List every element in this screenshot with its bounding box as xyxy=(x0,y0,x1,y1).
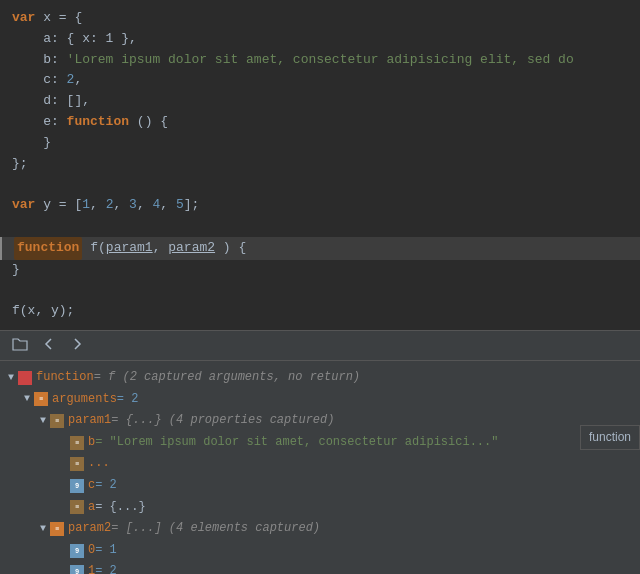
tree-row-ellipsis: ≡ ... xyxy=(8,453,632,475)
a-icon: ≡ xyxy=(70,500,84,514)
toggle-arguments[interactable] xyxy=(24,390,30,408)
debug-panel: function = f (2 captured arguments, no r… xyxy=(0,330,640,574)
code-line: var y = [1, 2, 3, 4, 5]; xyxy=(0,195,640,216)
tree-val-arguments: = 2 xyxy=(117,389,139,411)
toggle-param1[interactable] xyxy=(40,412,46,430)
code-editor[interactable]: var x = { a: { x: 1 }, b: 'Lorem ipsum d… xyxy=(0,0,640,330)
b-icon: ≡ xyxy=(70,436,84,450)
code-line xyxy=(0,174,640,195)
tree-val-a: = {...} xyxy=(95,497,145,519)
toggle-function[interactable] xyxy=(8,369,14,387)
tree-val-param2: = [...] (4 elements captured) xyxy=(111,518,320,540)
param2: param2 xyxy=(168,238,215,259)
tree-row-param1[interactable]: ≡ param1 = {...} (4 properties captured) xyxy=(8,410,632,432)
tree-key-c: c xyxy=(88,475,95,497)
function-tooltip: function xyxy=(580,425,640,450)
code-line xyxy=(0,280,640,301)
param1-icon: ≡ xyxy=(50,414,64,428)
tree-row-a: ≡ a = {...} xyxy=(8,497,632,519)
highlighted-line-container: function f(param1, param2 ) { function xyxy=(0,237,640,260)
tree-row-idx1: 9 1 = 2 xyxy=(8,561,632,574)
tree-key-b: b xyxy=(88,432,95,454)
code-line: e: function () { xyxy=(0,112,640,133)
c-icon: 9 xyxy=(70,479,84,493)
function-keyword: function xyxy=(14,237,82,260)
tree-key-ellipsis: ... xyxy=(88,453,110,475)
tree-row-param2[interactable]: ≡ param2 = [...] (4 elements captured) xyxy=(8,518,632,540)
param1: param1 xyxy=(106,238,153,259)
tree-val-function: = f (2 captured arguments, no return) xyxy=(94,367,360,389)
folder-button[interactable] xyxy=(8,335,32,356)
function-definition-line[interactable]: function f(param1, param2 ) { xyxy=(0,237,640,260)
tree-key-idx0: 0 xyxy=(88,540,95,562)
arguments-icon: ≡ xyxy=(34,392,48,406)
tree-key-arguments: arguments xyxy=(52,389,117,411)
code-line xyxy=(0,216,640,237)
code-line: } xyxy=(0,133,640,154)
tree-key-a: a xyxy=(88,497,95,519)
param2-icon: ≡ xyxy=(50,522,64,536)
tree-val-idx1: = 2 xyxy=(95,561,117,574)
idx0-icon: 9 xyxy=(70,544,84,558)
ellipsis-icon: ≡ xyxy=(70,457,84,471)
code-line: } xyxy=(0,260,640,281)
tree-val-param1: = {...} (4 properties captured) xyxy=(111,410,334,432)
code-line: f(x, y); xyxy=(0,301,640,322)
tree-key-function: function xyxy=(36,367,94,389)
tree-key-param2: param2 xyxy=(68,518,111,540)
editor-area: var x = { a: { x: 1 }, b: 'Lorem ipsum d… xyxy=(0,0,640,330)
forward-icon xyxy=(70,337,84,351)
tree-row-b: ≡ b = "Lorem ipsum dolor sit amet, conse… xyxy=(8,432,632,454)
tree-key-idx1: 1 xyxy=(88,561,95,574)
forward-button[interactable] xyxy=(66,335,88,356)
tree-row-c: 9 c = 2 xyxy=(8,475,632,497)
code-line: var x = { xyxy=(0,8,640,29)
code-line: c: 2, xyxy=(0,70,640,91)
tree-row-arguments[interactable]: ≡ arguments = 2 xyxy=(8,389,632,411)
code-line: a: { x: 1 }, xyxy=(0,29,640,50)
back-icon xyxy=(42,337,56,351)
back-button[interactable] xyxy=(38,335,60,356)
tree-row-idx0: 9 0 = 1 xyxy=(8,540,632,562)
code-line: b: 'Lorem ipsum dolor sit amet, consecte… xyxy=(0,50,640,71)
folder-icon xyxy=(12,337,28,351)
toggle-param2[interactable] xyxy=(40,520,46,538)
debug-toolbar xyxy=(0,331,640,361)
function-icon xyxy=(18,371,32,385)
tree-row-function[interactable]: function = f (2 captured arguments, no r… xyxy=(8,367,632,389)
tree-val-c: = 2 xyxy=(95,475,117,497)
tree-key-param1: param1 xyxy=(68,410,111,432)
idx1-icon: 9 xyxy=(70,565,84,574)
code-line: }; xyxy=(0,154,640,175)
tree-val-idx0: = 1 xyxy=(95,540,117,562)
code-line: d: [], xyxy=(0,91,640,112)
tree-val-b: = "Lorem ipsum dolor sit amet, consectet… xyxy=(95,432,498,454)
debug-tree: function = f (2 captured arguments, no r… xyxy=(0,361,640,574)
